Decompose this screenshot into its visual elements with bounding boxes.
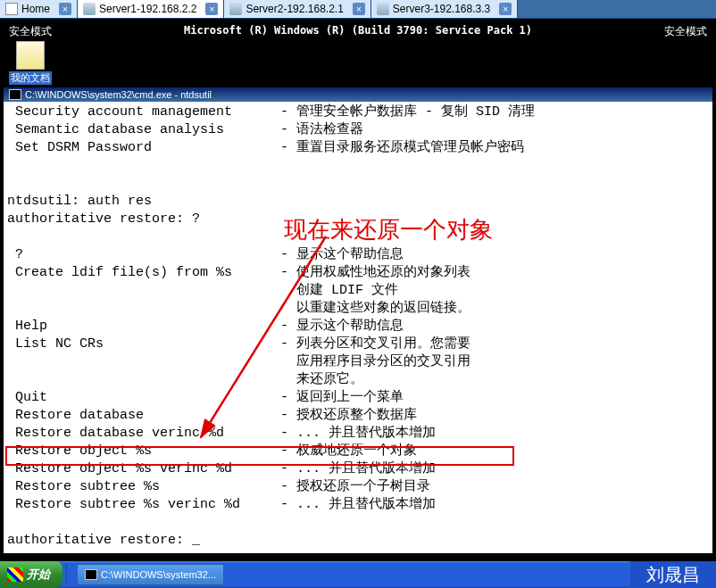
close-icon[interactable]: × xyxy=(353,3,365,15)
cmd-body[interactable]: Security account management - 管理安全帐户数据库 … xyxy=(4,102,712,553)
tab-label: Server3-192.168.3.3 xyxy=(393,3,490,15)
cmd-titlebar[interactable]: C:\WINDOWS\system32\cmd.exe - ntdsutil xyxy=(4,87,712,102)
tab-label: Home xyxy=(21,3,50,15)
close-icon[interactable]: × xyxy=(499,3,512,15)
close-icon[interactable]: × xyxy=(205,3,218,15)
server-icon xyxy=(229,3,242,15)
server-icon xyxy=(83,3,96,15)
cmd-title-text: C:\WINDOWS\system32\cmd.exe - ntdsutil xyxy=(25,89,212,100)
my-documents-icon[interactable]: 我的文档 xyxy=(9,41,52,85)
home-icon xyxy=(5,3,18,15)
tab-server2[interactable]: Server2-192.168.2.1 × xyxy=(224,0,370,18)
tab-server3[interactable]: Server3-192.168.3.3 × xyxy=(371,0,518,18)
taskbar-item-cmd[interactable]: C:\WINDOWS\system32... xyxy=(77,564,224,585)
start-label: 开始 xyxy=(27,567,50,583)
build-info: Microsoft (R) Windows (R) (Build 3790: S… xyxy=(184,24,532,37)
tab-home[interactable]: Home × xyxy=(0,0,78,18)
tab-label: Server1-192.168.2.2 xyxy=(99,3,196,15)
start-button[interactable]: 开始 xyxy=(0,561,62,588)
annotation-text: 现在来还原一个对象 xyxy=(284,214,493,245)
cmd-icon xyxy=(85,569,97,580)
watermark: 刘晟昌 xyxy=(630,561,716,588)
taskbar: 开始 C:\WINDOWS\system32... 刘晟昌 xyxy=(0,561,716,588)
folder-icon xyxy=(16,41,45,70)
safe-mode-label-right: 安全模式 xyxy=(664,24,707,39)
safe-mode-label-left: 安全模式 xyxy=(9,24,52,39)
task-label: C:\WINDOWS\system32... xyxy=(101,569,216,580)
close-icon[interactable]: × xyxy=(59,3,71,15)
taskbar-separator xyxy=(66,564,71,585)
icon-label: 我的文档 xyxy=(9,71,52,85)
watermark-text: 刘晟昌 xyxy=(646,563,700,587)
highlight-box xyxy=(5,446,514,466)
server-icon xyxy=(377,3,389,15)
cmd-window: C:\WINDOWS\system32\cmd.exe - ntdsutil S… xyxy=(3,87,713,554)
desktop: 安全模式 Microsoft (R) Windows (R) (Build 37… xyxy=(0,19,716,85)
tab-server1[interactable]: Server1-192.168.2.2 × xyxy=(78,0,224,18)
windows-flag-icon xyxy=(7,567,23,582)
tabs-bar: Home × Server1-192.168.2.2 × Server2-192… xyxy=(0,0,716,19)
cmd-icon xyxy=(9,89,21,100)
tab-label: Server2-192.168.2.1 xyxy=(246,3,343,15)
